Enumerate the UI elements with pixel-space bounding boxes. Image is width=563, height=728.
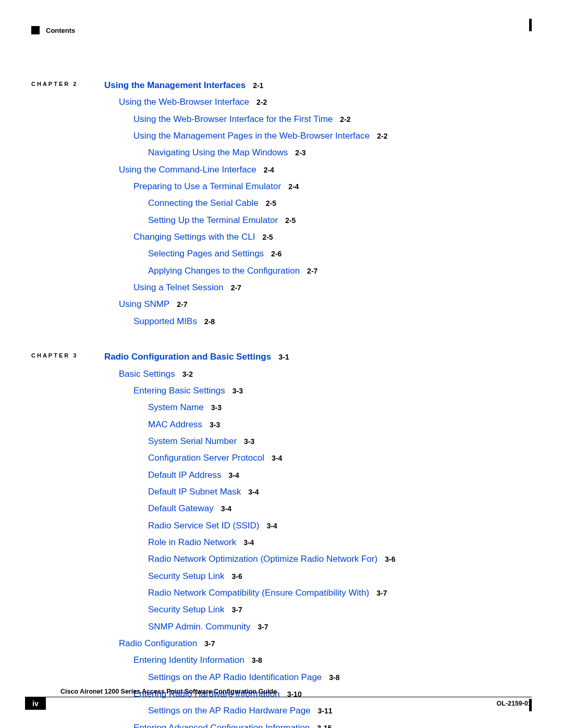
- header-marker: [31, 26, 40, 34]
- header-row: Contents: [31, 26, 532, 34]
- toc-page: 3-15: [317, 724, 332, 728]
- toc-entry: Default IP Subnet Mask3-4: [148, 485, 532, 499]
- toc-link[interactable]: Using the Command-Line Interface: [119, 165, 256, 175]
- toc-entry: Using the Web-Browser Interface2-2: [119, 95, 532, 109]
- toc-link[interactable]: Entering Advanced Configuration Informat…: [133, 723, 310, 728]
- toc-link[interactable]: Setting Up the Terminal Emulator: [148, 215, 278, 225]
- toc-entry: Radio Network Optimization (Optimize Rad…: [148, 552, 532, 566]
- toc-page: 3-8: [329, 673, 339, 682]
- toc-link[interactable]: Entering Identity Information: [133, 655, 244, 665]
- toc-link[interactable]: System Serial Number: [148, 436, 237, 446]
- toc-entry: Using a Telnet Session2-7: [133, 281, 532, 294]
- toc-entry: Supported MIBs2-8: [133, 315, 532, 328]
- chapter-label: CHAPTER 3: [31, 350, 104, 359]
- toc-page: 3-7: [204, 639, 215, 648]
- toc-entry: Changing Settings with the CLI2-5: [133, 230, 532, 244]
- toc-link[interactable]: Navigating Using the Map Windows: [148, 147, 288, 157]
- chapter-title-page: 3-1: [278, 353, 289, 361]
- toc-entry: Basic Settings3-2: [119, 367, 532, 381]
- chapter-title: Radio Configuration and Basic Settings3-…: [104, 350, 532, 364]
- toc-link[interactable]: Using a Telnet Session: [133, 282, 224, 292]
- toc-page: 3-3: [232, 387, 243, 395]
- toc-entry: Radio Network Compatibility (Ensure Comp…: [148, 586, 532, 600]
- toc-page: 3-4: [243, 538, 254, 547]
- chapter-label: CHAPTER 2: [31, 79, 104, 87]
- toc-page: 3-6: [385, 555, 395, 563]
- toc-entry: Using SNMP2-7: [119, 298, 532, 311]
- table-of-contents: CHAPTER 2Using the Management Interfaces…: [31, 79, 532, 728]
- chapter-title: Using the Management Interfaces2-1: [104, 79, 532, 92]
- chapter-body: Using the Management Interfaces2-1Using …: [104, 79, 532, 331]
- toc-link[interactable]: Changing Settings with the CLI: [133, 232, 255, 242]
- document-id: OL-2159-01: [497, 700, 532, 707]
- toc-link[interactable]: Applying Changes to the Configuration: [148, 266, 300, 276]
- toc-page: 3-3: [210, 421, 220, 429]
- toc-link[interactable]: Radio Network Optimization (Optimize Rad…: [148, 554, 377, 564]
- page: Contents CHAPTER 2Using the Management I…: [0, 0, 563, 728]
- crop-mark-top: [529, 19, 532, 31]
- toc-entry: Entering Advanced Configuration Informat…: [133, 721, 532, 728]
- chapter-title-page: 2-1: [253, 81, 263, 90]
- toc-entry: Configuration Server Protocol3-4: [148, 451, 532, 465]
- chapter-title-link[interactable]: Using the Management Interfaces: [104, 80, 246, 90]
- toc-link[interactable]: Radio Network Compatibility (Ensure Comp…: [148, 588, 369, 598]
- toc-link[interactable]: Role in Radio Network: [148, 537, 236, 547]
- toc-page: 3-3: [244, 437, 254, 446]
- toc-link[interactable]: Default IP Subnet Mask: [148, 487, 241, 497]
- toc-entry: Entering Basic Settings3-3: [133, 384, 532, 398]
- chapter-title-link[interactable]: Radio Configuration and Basic Settings: [104, 352, 271, 362]
- toc-entry: Radio Configuration3-7: [119, 637, 532, 650]
- toc-link[interactable]: Security Setup Link: [148, 604, 224, 614]
- toc-link[interactable]: Settings on the AP Radio Identification …: [148, 672, 322, 682]
- toc-page: 3-4: [221, 504, 231, 513]
- chapter-block: CHAPTER 3Radio Configuration and Basic S…: [31, 350, 532, 728]
- toc-page: 2-3: [295, 149, 305, 157]
- toc-entry: System Name3-3: [148, 401, 532, 414]
- toc-entry: Preparing to Use a Terminal Emulator2-4: [133, 180, 532, 193]
- toc-link[interactable]: Selecting Pages and Settings: [148, 249, 264, 258]
- toc-link[interactable]: System Name: [148, 402, 204, 412]
- toc-page: 3-7: [231, 606, 242, 614]
- toc-page: 2-5: [285, 216, 296, 225]
- toc-page: 2-4: [288, 182, 299, 191]
- toc-page: 2-8: [204, 317, 215, 326]
- toc-link[interactable]: Default Gateway: [148, 503, 214, 513]
- toc-link[interactable]: Connecting the Serial Cable: [148, 198, 259, 208]
- toc-link[interactable]: Radio Configuration: [119, 638, 197, 648]
- toc-page: 3-7: [258, 623, 268, 631]
- toc-page: 2-2: [256, 98, 267, 106]
- toc-page: 2-7: [177, 300, 187, 309]
- crop-mark-bottom: [529, 699, 532, 711]
- toc-page: 2-2: [377, 132, 387, 140]
- chapter-block: CHAPTER 2Using the Management Interfaces…: [31, 79, 532, 331]
- toc-entry: Navigating Using the Map Windows2-3: [148, 146, 532, 159]
- toc-entry: Entering Identity Information3-8: [133, 653, 532, 667]
- toc-link[interactable]: Using the Management Pages in the Web-Br…: [133, 131, 370, 141]
- toc-link[interactable]: Default IP Address: [148, 470, 222, 480]
- toc-entry: Using the Command-Line Interface2-4: [119, 163, 532, 177]
- toc-link[interactable]: Supported MIBs: [133, 316, 197, 326]
- toc-link[interactable]: Security Setup Link: [148, 571, 224, 581]
- toc-link[interactable]: Radio Service Set ID (SSID): [148, 521, 260, 530]
- toc-link[interactable]: Entering Basic Settings: [133, 386, 225, 396]
- toc-page: 2-6: [271, 250, 282, 258]
- toc-link[interactable]: Using the Web-Browser Interface: [119, 97, 249, 107]
- toc-link[interactable]: MAC Address: [148, 419, 202, 429]
- toc-link[interactable]: Using SNMP: [119, 299, 169, 309]
- toc-page: 2-2: [340, 115, 350, 124]
- toc-link[interactable]: Using the Web-Browser Interface for the …: [133, 114, 333, 124]
- toc-link[interactable]: SNMP Admin. Community: [148, 622, 250, 632]
- toc-page: 2-5: [266, 199, 276, 207]
- toc-page: 3-2: [182, 370, 193, 378]
- toc-entry: System Serial Number3-3: [148, 435, 532, 448]
- toc-link[interactable]: Basic Settings: [119, 369, 175, 379]
- toc-page: 2-4: [264, 166, 274, 174]
- toc-entry: Security Setup Link3-6: [148, 570, 532, 583]
- toc-link[interactable]: Preparing to Use a Terminal Emulator: [133, 181, 281, 191]
- toc-link[interactable]: Configuration Server Protocol: [148, 453, 264, 463]
- toc-entry: Security Setup Link3-7: [148, 603, 532, 616]
- toc-page: 3-4: [267, 522, 277, 530]
- toc-entry: Using the Management Pages in the Web-Br…: [133, 129, 532, 143]
- footer: Cisco Aironet 1200 Series Access Point S…: [25, 688, 532, 710]
- header-label: Contents: [46, 27, 75, 34]
